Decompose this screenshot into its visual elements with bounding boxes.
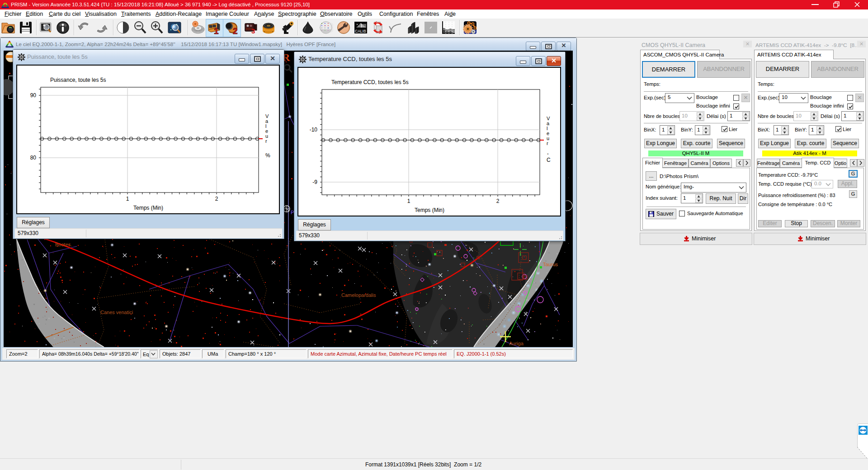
svg-text:Puissance, toute les 5s: Puissance, toute les 5s: [50, 77, 106, 83]
svg-text:C: C: [547, 157, 551, 163]
svg-text:r: r: [547, 141, 548, 146]
svg-text:2: 2: [233, 26, 238, 35]
svg-text:1: 1: [126, 196, 129, 202]
svg-text:%: %: [265, 152, 270, 159]
svg-text:Auriga: Auriga: [509, 341, 524, 346]
svg-text:-10: -10: [310, 127, 318, 133]
svg-text:80: 80: [30, 155, 37, 161]
svg-text:r: r: [265, 138, 267, 144]
svg-text:3: 3: [251, 27, 255, 35]
svg-text:Temps (Min): Temps (Min): [133, 205, 163, 211]
svg-text:Camelopardalis: Camelopardalis: [341, 292, 376, 298]
svg-text:2: 2: [496, 198, 500, 204]
svg-text:-9: -9: [312, 179, 317, 185]
svg-text:2: 2: [215, 196, 218, 202]
svg-text:1: 1: [214, 26, 219, 35]
svg-text:Bootes.: Bootes.: [55, 242, 72, 247]
svg-text:Canes venatici: Canes venatici: [100, 310, 133, 315]
svg-text:Temps (Min): Temps (Min): [415, 207, 444, 213]
svg-text:90: 90: [30, 92, 37, 99]
svg-text:CALIB: CALIB: [355, 29, 366, 33]
svg-text:1: 1: [407, 198, 410, 204]
svg-text:Taurus: Taurus: [543, 262, 558, 267]
svg-text:Temperature CCD, toutes les 5s: Temperature CCD, toutes les 5s: [331, 79, 409, 85]
